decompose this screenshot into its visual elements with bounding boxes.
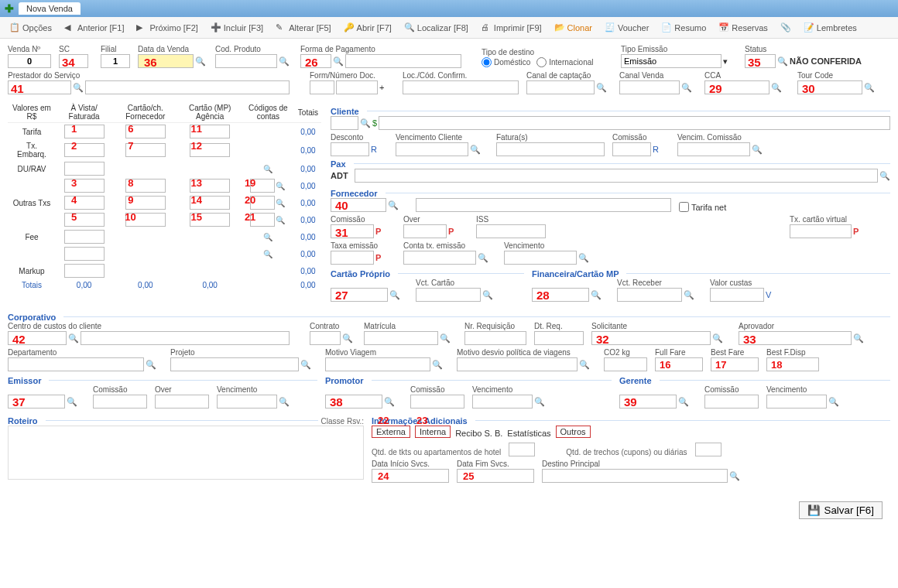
cliente-desc[interactable] xyxy=(379,116,890,130)
desconto-input[interactable] xyxy=(331,142,369,156)
gerente-venc-lookup[interactable]: 🔍 xyxy=(828,396,839,407)
radio-internacional[interactable]: Internacional xyxy=(536,57,593,67)
canal-venda-input[interactable] xyxy=(619,80,680,94)
clonar-button[interactable]: 📂Clonar xyxy=(550,21,597,35)
forn-venc-lookup[interactable]: 🔍 xyxy=(578,252,589,263)
anterior-button[interactable]: ◀Anterior [F1] xyxy=(60,21,129,35)
ot2-lookup[interactable]: 🔍 xyxy=(275,198,286,209)
salvar-button[interactable]: 💾Salvar [F6] xyxy=(799,501,883,519)
cliente-lookup[interactable]: 🔍 xyxy=(360,118,371,128)
filial-input[interactable] xyxy=(101,54,130,68)
motivo-viagem-input[interactable] xyxy=(325,357,430,371)
tarifa-cartao-forn-input[interactable] xyxy=(125,125,166,138)
cod-produto-lookup[interactable]: 🔍 xyxy=(279,56,290,67)
data-venda-input[interactable] xyxy=(138,54,194,68)
cca-input[interactable] xyxy=(704,80,769,94)
solicitante-input[interactable] xyxy=(591,331,711,345)
projeto-lookup[interactable]: 🔍 xyxy=(300,359,311,370)
ot1-cartao-ag-input[interactable] xyxy=(190,179,230,193)
cod-produto-input[interactable] xyxy=(215,54,277,68)
durav-avista-input[interactable] xyxy=(64,162,105,176)
matricula-lookup[interactable]: 🔍 xyxy=(440,333,451,344)
valor-custas-input[interactable] xyxy=(710,288,764,302)
financeira-lookup[interactable]: 🔍 xyxy=(591,289,602,300)
aprovador-input[interactable] xyxy=(739,331,852,345)
departamento-input[interactable] xyxy=(8,357,144,371)
emissor-venc-input[interactable] xyxy=(217,395,277,409)
opcoes-button[interactable]: 📋Opções xyxy=(5,21,57,35)
pax-lookup[interactable]: 🔍 xyxy=(879,170,890,181)
fee-lookup[interactable]: 🔍 xyxy=(262,231,273,242)
motivo-desvio-lookup[interactable]: 🔍 xyxy=(579,359,590,370)
imprimir-button[interactable]: 🖨Imprimir [F9] xyxy=(476,21,547,35)
tab-nova-venda[interactable]: Nova Venda xyxy=(19,2,81,15)
cca-lookup[interactable]: 🔍 xyxy=(771,82,782,93)
best-fdisp-input[interactable] xyxy=(766,357,819,371)
comissao-cli-input[interactable] xyxy=(612,142,651,156)
aprovador-lookup[interactable]: 🔍 xyxy=(853,333,864,344)
status-input[interactable] xyxy=(745,54,776,68)
ot1-cartao-forn-input[interactable] xyxy=(125,179,166,193)
fornecedor-input[interactable] xyxy=(331,198,386,212)
roteiro-textarea[interactable] xyxy=(8,426,364,480)
tarifa-avista-input[interactable] xyxy=(64,125,105,138)
conta-tx-lookup[interactable]: 🔍 xyxy=(478,252,488,263)
vct-receber-input[interactable] xyxy=(617,288,682,302)
incluir-button[interactable]: ➕Incluir [F3] xyxy=(206,21,268,35)
vct-receber-lookup[interactable]: 🔍 xyxy=(684,289,694,300)
prestador-input[interactable] xyxy=(8,80,71,94)
qtd-trechos-input[interactable] xyxy=(695,443,721,456)
matricula-input[interactable] xyxy=(364,331,438,345)
ot3-lookup[interactable]: 🔍 xyxy=(275,215,286,226)
durav-lookup[interactable]: 🔍 xyxy=(262,163,273,174)
co2-input[interactable] xyxy=(604,357,647,371)
fee2-lookup[interactable]: 🔍 xyxy=(262,248,273,259)
departamento-lookup[interactable]: 🔍 xyxy=(146,359,156,370)
form-input[interactable] xyxy=(310,80,334,94)
markup-avista-input[interactable] xyxy=(64,264,105,278)
motivo-desvio-input[interactable] xyxy=(457,357,578,371)
reservas-button[interactable]: 📅Reservas xyxy=(714,21,772,35)
destino-input[interactable] xyxy=(542,469,728,483)
dollar-icon[interactable]: $ xyxy=(372,118,377,128)
forn-comissao-input[interactable] xyxy=(331,224,374,238)
localizar-button[interactable]: 🔍Localizar [F8] xyxy=(399,21,473,35)
prestador-lookup[interactable]: 🔍 xyxy=(73,82,84,93)
gerente-input[interactable] xyxy=(619,395,677,409)
taxa-emissao-input[interactable] xyxy=(331,251,374,265)
numdoc-input[interactable] xyxy=(336,80,378,94)
alterar-button[interactable]: ✎Alterar [F5] xyxy=(271,21,335,35)
voucher-button[interactable]: 🧾Voucher xyxy=(600,21,653,35)
ot3-cartao-forn-input[interactable] xyxy=(125,213,166,227)
ot1-avista-input[interactable] xyxy=(64,179,105,193)
promotor-venc-lookup[interactable]: 🔍 xyxy=(534,396,545,407)
comissao-r[interactable]: R xyxy=(653,145,659,154)
venc-cliente-input[interactable] xyxy=(396,142,468,156)
ot3-cod-input[interactable] xyxy=(250,213,275,227)
emissor-lookup[interactable]: 🔍 xyxy=(67,396,77,407)
contrato-input[interactable] xyxy=(310,331,341,345)
tx-cartao-virtual-input[interactable] xyxy=(790,224,852,238)
ot2-cod-input[interactable] xyxy=(250,196,275,210)
plus-small-icon[interactable]: + xyxy=(379,83,384,92)
gerente-lookup[interactable]: 🔍 xyxy=(678,396,689,407)
tour-code-lookup[interactable]: 🔍 xyxy=(864,82,875,93)
pax-input[interactable] xyxy=(355,169,878,183)
ot3-cartao-ag-input[interactable] xyxy=(190,213,230,227)
lembretes-button[interactable]: 📝Lembretes xyxy=(799,21,862,35)
fornecedor-desc[interactable] xyxy=(416,198,671,212)
ot2-cartao-forn-input[interactable] xyxy=(125,196,166,210)
emissor-input[interactable] xyxy=(8,395,65,409)
tab-externa[interactable]: Externa xyxy=(372,426,410,438)
projeto-input[interactable] xyxy=(170,357,299,371)
data-venda-lookup[interactable]: 🔍 xyxy=(195,56,206,67)
fornecedor-lookup[interactable]: 🔍 xyxy=(388,200,399,210)
chevron-down-icon[interactable]: ▾ xyxy=(723,56,728,67)
venc-cliente-lookup[interactable]: 🔍 xyxy=(470,144,481,155)
financeira-input[interactable] xyxy=(532,288,589,302)
canal-venda-lookup[interactable]: 🔍 xyxy=(681,82,692,93)
ot2-cartao-ag-input[interactable] xyxy=(190,196,230,210)
promotor-venc-input[interactable] xyxy=(472,395,533,409)
venda-no-input[interactable] xyxy=(8,54,51,68)
nr-req-input[interactable] xyxy=(464,331,526,345)
